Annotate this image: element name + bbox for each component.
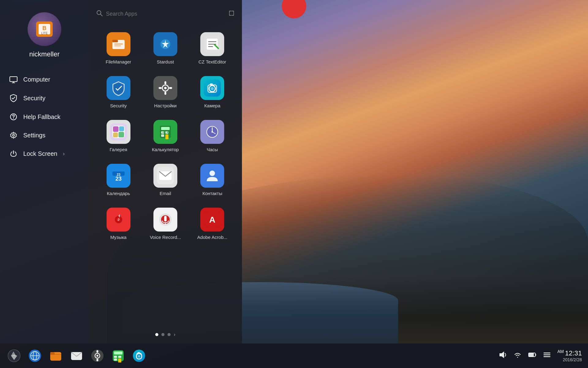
monitor-icon <box>9 76 18 83</box>
svg-text:A: A <box>209 215 215 224</box>
taskbar-icon-calculator[interactable] <box>110 348 126 364</box>
app-item-stardust[interactable]: Stardust <box>142 28 189 69</box>
app-icon-clock <box>200 120 224 144</box>
svg-rect-31 <box>159 87 162 89</box>
app-icon-settings <box>153 76 177 100</box>
svg-rect-42 <box>113 132 118 137</box>
question-icon <box>9 113 18 121</box>
battery-icon[interactable] <box>528 351 537 361</box>
wifi-icon[interactable] <box>513 351 522 361</box>
svg-rect-95 <box>114 358 117 361</box>
svg-rect-49 <box>161 134 164 137</box>
nav-item-settings[interactable]: Settings <box>0 126 74 144</box>
nav-chevron-lockscreen: › <box>63 151 65 157</box>
app-label-email: Email <box>160 191 171 196</box>
app-item-filemanager[interactable]: FileManager <box>95 28 142 69</box>
app-label-calendar: Календарь <box>107 191 130 196</box>
nav-item-lockscreen[interactable]: Lock Screen › <box>0 144 74 163</box>
app-grid-panel: FileManager Stardust CZ TextEditor Secur… <box>89 0 242 343</box>
app-icon-gallery <box>107 120 130 144</box>
app-icon-voicerecorder <box>153 208 177 232</box>
svg-point-99 <box>138 355 140 358</box>
app-label-camera: Камера <box>204 103 220 108</box>
pagination-dot-3[interactable] <box>168 333 171 336</box>
pagination-dot-2[interactable] <box>161 333 164 336</box>
svg-rect-50 <box>165 134 168 139</box>
svg-marker-102 <box>499 351 504 358</box>
nav-label-settings: Settings <box>23 132 65 139</box>
volume-icon[interactable] <box>498 350 507 361</box>
svg-rect-41 <box>119 126 124 131</box>
app-label-cztexteditor: CZ TextEditor <box>198 59 226 64</box>
svg-rect-17 <box>114 45 121 46</box>
svg-point-35 <box>211 87 214 90</box>
svg-rect-43 <box>119 132 124 137</box>
svg-rect-4 <box>10 77 17 82</box>
app-item-cztexteditor[interactable]: CZ TextEditor <box>189 28 236 69</box>
pagination-arrow[interactable]: › <box>174 332 175 337</box>
nav-item-computer[interactable]: Computer <box>0 71 74 89</box>
power-icon <box>9 150 18 157</box>
taskbar-icon-mail[interactable] <box>69 348 85 364</box>
app-item-adobeacrobat[interactable]: A Adobe Acrob... <box>189 203 236 244</box>
app-item-gallery[interactable]: Галерея <box>95 116 142 156</box>
svg-point-66 <box>209 171 215 176</box>
clock-time: AM12:31 <box>557 349 582 357</box>
svg-point-88 <box>96 355 98 357</box>
nav-item-help[interactable]: Help Fallback <box>0 108 74 126</box>
clock-area: AM12:31 2016/2/28 <box>557 349 582 362</box>
app-grid: FileManager Stardust CZ TextEditor Secur… <box>89 25 242 327</box>
app-item-music[interactable]: ♪ Музыка <box>95 203 142 244</box>
left-navigation-panel: B LITE nickmeller Computer Security Help… <box>0 0 89 343</box>
search-input[interactable] <box>106 11 225 17</box>
app-label-calculator: Калькулятор <box>152 147 179 152</box>
svg-text:B: B <box>43 25 47 31</box>
app-icon-cztexteditor <box>200 32 224 56</box>
app-label-filemanager: FileManager <box>106 59 131 64</box>
gear-icon <box>9 132 18 139</box>
svg-rect-74 <box>164 216 167 221</box>
app-icon-stardust <box>153 32 177 56</box>
menu-lines-icon[interactable] <box>543 351 551 361</box>
svg-point-8 <box>13 118 14 119</box>
user-profile-area: B LITE nickmeller <box>0 12 89 58</box>
app-icon-calculator: +× <box>153 120 177 144</box>
app-icon-contacts <box>200 164 224 188</box>
taskbar-icon-browser[interactable] <box>27 348 43 364</box>
nav-label-lockscreen: Lock Screen <box>23 150 57 157</box>
app-icon-camera <box>200 76 224 100</box>
app-icon-filemanager <box>107 32 130 56</box>
app-item-voicerecorder[interactable]: Voice Record... <box>142 203 189 244</box>
taskbar-icon-launcher[interactable] <box>6 348 22 364</box>
taskbar-icon-settings[interactable] <box>89 348 105 364</box>
svg-text:LITE: LITE <box>41 32 47 35</box>
app-icon-adobeacrobat: A <box>200 208 224 232</box>
taskbar: AM12:31 2016/2/28 <box>0 343 588 368</box>
taskbar-icon-files[interactable] <box>48 348 64 364</box>
pagination-dot-1[interactable] <box>155 333 158 336</box>
taskbar-icon-camera[interactable] <box>131 348 147 364</box>
app-item-settings[interactable]: Настройки <box>142 72 189 113</box>
app-item-calculator[interactable]: +× Калькулятор <box>142 116 189 156</box>
svg-rect-84 <box>50 352 55 355</box>
nav-item-security[interactable]: Security <box>0 89 74 108</box>
app-item-security[interactable]: Security <box>95 72 142 113</box>
app-icon-calendar: 2323 <box>107 164 130 188</box>
svg-text:×: × <box>167 131 168 134</box>
app-item-camera[interactable]: Камера <box>189 72 236 113</box>
app-item-calendar[interactable]: 2323 Календарь <box>95 159 142 200</box>
svg-rect-37 <box>210 83 213 85</box>
app-item-contacts[interactable]: Контакты <box>189 159 236 200</box>
svg-point-9 <box>13 134 14 136</box>
svg-rect-30 <box>164 92 166 95</box>
nav-label-computer: Computer <box>23 76 65 83</box>
pagination-dots: › <box>89 327 242 343</box>
app-item-email[interactable]: Email <box>142 159 189 200</box>
search-icon <box>96 10 103 18</box>
app-item-clock[interactable]: Часы <box>189 116 236 156</box>
expand-icon[interactable] <box>228 10 235 18</box>
search-bar <box>89 6 242 22</box>
svg-rect-29 <box>164 81 166 84</box>
avatar: B LITE <box>28 12 61 46</box>
app-label-adobeacrobat: Adobe Acrob... <box>197 235 227 240</box>
